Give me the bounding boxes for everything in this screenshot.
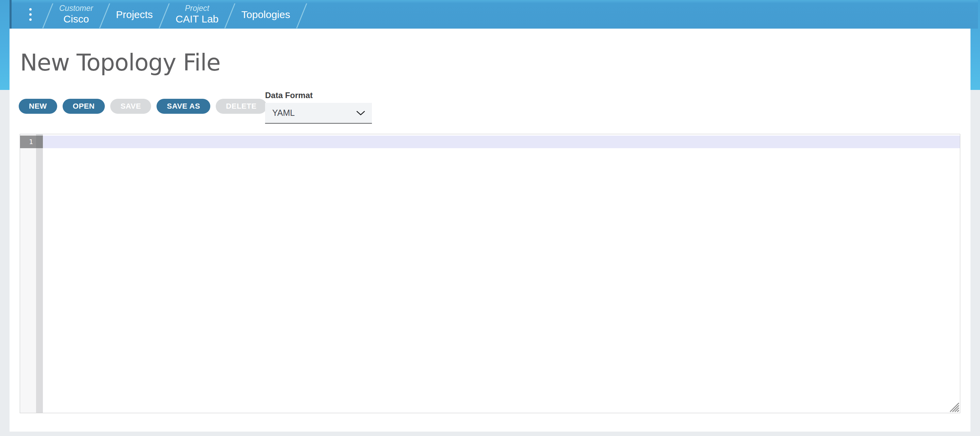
delete-button[interactable]: DELETE <box>216 99 267 114</box>
kebab-dot <box>29 18 32 21</box>
page-title: New Topology File <box>20 49 221 76</box>
breadcrumb-label: Topologies <box>241 8 290 21</box>
data-format-select[interactable]: YAML <box>265 103 372 124</box>
top-navigation-bar: Customer Cisco Projects Project CAIT Lab… <box>10 0 978 29</box>
resize-grip-icon[interactable] <box>947 400 959 412</box>
breadcrumb-customer-cisco[interactable]: Customer Cisco <box>50 0 102 29</box>
breadcrumb-project-cait-lab[interactable]: Project CAIT Lab <box>167 0 227 29</box>
breadcrumb-label: Projects <box>116 8 153 21</box>
data-format-label: Data Format <box>265 91 372 100</box>
kebab-dot <box>29 8 32 11</box>
save-button[interactable]: SAVE <box>110 99 151 114</box>
data-format-selected-value: YAML <box>272 108 295 118</box>
breadcrumb-category: Project <box>185 4 209 13</box>
open-button[interactable]: OPEN <box>63 99 105 114</box>
new-button[interactable]: NEW <box>19 99 57 114</box>
save-as-button[interactable]: SAVE AS <box>156 99 210 114</box>
editor-text-area[interactable] <box>43 134 960 413</box>
kebab-menu-icon[interactable] <box>11 0 45 29</box>
breadcrumb-label: CAIT Lab <box>176 13 218 25</box>
breadcrumb-label: Cisco <box>63 13 89 25</box>
content-card: New Topology File NEW OPEN SAVE SAVE AS … <box>10 29 970 431</box>
toolbar: NEW OPEN SAVE SAVE AS DELETE <box>19 99 267 114</box>
gutter-strip-cell <box>36 136 43 148</box>
line-number-gutter: 1 <box>20 134 36 413</box>
line-number: 1 <box>20 136 36 148</box>
page: Customer Cisco Projects Project CAIT Lab… <box>0 0 980 436</box>
chevron-down-icon <box>356 110 365 116</box>
kebab-dot <box>29 13 32 16</box>
breadcrumb-projects[interactable]: Projects <box>107 0 162 29</box>
breadcrumb-category: Customer <box>59 4 93 13</box>
active-code-line[interactable] <box>43 136 960 148</box>
code-editor[interactable]: 1 <box>20 134 960 413</box>
data-format-field: Data Format YAML <box>265 91 372 124</box>
gutter-strip <box>36 134 43 413</box>
breadcrumb-topologies[interactable]: Topologies <box>232 0 299 29</box>
